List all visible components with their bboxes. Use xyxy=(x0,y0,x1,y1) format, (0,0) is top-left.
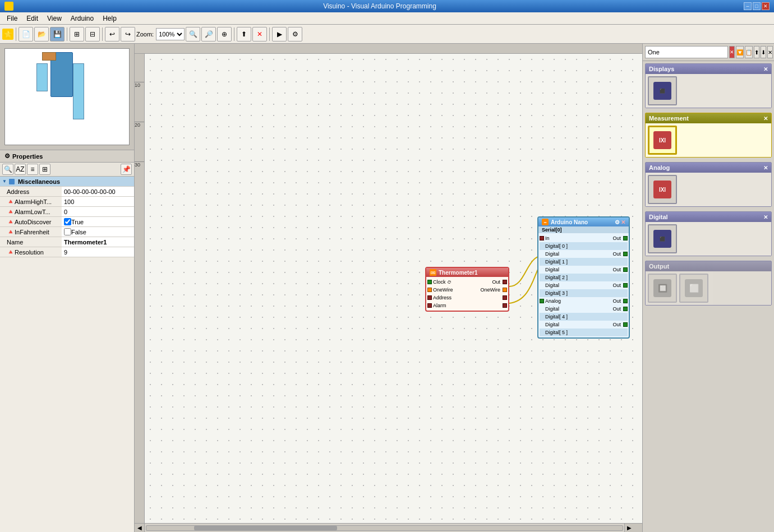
ruler-v-20: 20 xyxy=(135,122,144,128)
prop-value-infahrenheit[interactable]: False xyxy=(62,227,134,237)
props-filter[interactable]: 🔍 xyxy=(2,164,13,175)
toolbar-zoom-in[interactable]: 🔍 xyxy=(186,27,200,41)
pin-d2-header-label: Digital[ 2 ] xyxy=(545,275,568,280)
toolbar-arduino-delete[interactable]: ✕ xyxy=(252,27,267,41)
restore-button[interactable]: □ xyxy=(753,2,761,10)
zoom-select[interactable]: 50% 75% 100% 125% 150% 200% xyxy=(156,28,185,40)
menu-help[interactable]: Help xyxy=(98,13,121,24)
section-collapse-icon[interactable]: ▼ xyxy=(2,179,7,184)
search-btn4[interactable]: ⬇ xyxy=(761,46,766,58)
comp-output1[interactable]: 🔲 xyxy=(648,274,677,303)
pin-d0-out-label: Out xyxy=(612,251,621,257)
pin-in-out-label: Out xyxy=(612,235,621,241)
pin-out-connector xyxy=(503,280,507,284)
prop-value-resolution[interactable]: 9 xyxy=(62,247,134,257)
category-measurement-close[interactable]: ✕ xyxy=(763,115,768,122)
category-analog-close[interactable]: ✕ xyxy=(763,165,768,171)
category-output-header[interactable]: Output xyxy=(646,261,771,271)
arduino-body: In Out Digital[ 0 ] Digital xyxy=(538,233,629,337)
hscroll-track[interactable] xyxy=(146,525,623,531)
category-displays-close[interactable]: ✕ xyxy=(763,66,768,72)
search-clear-btn[interactable]: ✕ xyxy=(729,46,735,58)
pin-in-label: In xyxy=(545,235,550,241)
menu-edit[interactable]: Edit xyxy=(22,13,43,24)
thermometer-node[interactable]: IXI Thermometer1 Clock ⏱ Out xyxy=(425,267,509,312)
arduino-close-icon[interactable]: ✕ xyxy=(621,219,625,225)
pin-clock-type-icon: ⏱ xyxy=(447,280,452,285)
properties-header: ⚙ Properties xyxy=(0,150,134,163)
thermo-pin-address: Address xyxy=(427,294,507,302)
prop-value-alarmhigh[interactable]: 100 xyxy=(62,197,134,206)
menu-file[interactable]: File xyxy=(2,13,22,24)
prop-value-alarmlow[interactable]: 0 xyxy=(62,207,134,216)
pin-alarm-label: Alarm xyxy=(433,303,446,308)
category-digital-header[interactable]: Digital ✕ xyxy=(646,212,771,222)
search-btn2[interactable]: 📋 xyxy=(745,46,753,58)
sep4 xyxy=(234,27,234,41)
toolbar-grid1[interactable]: ⊞ xyxy=(70,27,84,41)
category-displays-header[interactable]: Displays ✕ xyxy=(646,64,771,74)
comp-analog1[interactable]: IXI xyxy=(648,175,677,204)
prop-value-address[interactable]: 00-00-00-00-00-00 xyxy=(62,187,134,196)
props-sort[interactable]: AZ xyxy=(15,164,26,175)
hscroll-right-btn[interactable]: ▶ xyxy=(624,524,633,533)
arduino-node[interactable]: ∞ Arduino Nano ⚙ ✕ Serial[0] xyxy=(537,216,630,339)
pin-d0-label: Digital xyxy=(545,251,559,257)
hscroll-thumb[interactable] xyxy=(194,526,337,530)
thermo-title: Thermometer1 xyxy=(439,270,477,276)
toolbar-undo[interactable]: ↩ xyxy=(105,27,119,41)
prop-value-name[interactable]: Thermometer1 xyxy=(62,237,134,247)
props-expand[interactable]: ⊞ xyxy=(39,164,50,175)
close-button[interactable]: ✕ xyxy=(762,2,770,10)
toolbar-zoom-fit[interactable]: ⊕ xyxy=(217,27,232,41)
hscroll-left-btn[interactable]: ◀ xyxy=(135,524,145,533)
toolbar-settings[interactable]: ⚙ xyxy=(288,27,302,41)
toolbar-open[interactable]: 📂 xyxy=(34,27,49,41)
category-measurement-header[interactable]: Measurement ✕ xyxy=(646,113,771,123)
pin-digital-a-out-label: Out xyxy=(612,306,621,312)
toolbar-run[interactable]: ▶ xyxy=(272,27,287,41)
search-btn3[interactable]: ⬆ xyxy=(754,46,759,58)
pin-d1-out-label: Out xyxy=(612,267,621,272)
menu-view[interactable]: View xyxy=(43,13,66,24)
properties-icon: ⚙ xyxy=(4,152,10,160)
pin-d3-header-label: Digital[ 3 ] xyxy=(545,290,568,296)
titlebar: Visuino - Visual Arduino Programming – □… xyxy=(0,0,774,12)
hscrollbar[interactable]: ◀ ▶ xyxy=(135,523,642,532)
comp-measurement-analog[interactable]: IXI xyxy=(648,126,677,155)
category-analog-header[interactable]: Analog ✕ xyxy=(646,163,771,173)
toolbar-redo[interactable]: ↪ xyxy=(121,27,135,41)
arduino-pin-d5-header: Digital[ 5 ] xyxy=(540,329,628,336)
pin-clock-connector xyxy=(427,280,432,284)
comp-output2[interactable]: ⬜ xyxy=(679,274,708,303)
arduino-pin-in: In Out xyxy=(540,234,628,242)
search-btn5[interactable]: ✕ xyxy=(767,46,773,58)
props-pin[interactable]: 📌 xyxy=(121,164,132,175)
props-group[interactable]: ≡ xyxy=(27,164,38,175)
arduino-header: ∞ Arduino Nano ⚙ ✕ xyxy=(538,218,629,226)
prop-name-autodiscover: 🔺 AutoDiscover xyxy=(0,217,62,226)
comp-digital-displays[interactable]: ⬛ xyxy=(648,224,677,253)
prop-value-autodiscover[interactable]: True xyxy=(62,217,134,226)
toolbar-save[interactable]: 💾 xyxy=(50,27,64,41)
arduino-settings-icon[interactable]: ⚙ xyxy=(615,219,620,225)
toolbar-zoom-out[interactable]: 🔎 xyxy=(201,27,216,41)
comp-display1[interactable]: ⬛ xyxy=(648,76,677,105)
minimize-button[interactable]: – xyxy=(744,2,752,10)
toolbar-grid2[interactable]: ⊟ xyxy=(85,27,100,41)
canvas-scroll[interactable]: IXI Thermometer1 Clock ⏱ Out xyxy=(145,54,642,523)
prop-checkbox-autodiscover[interactable] xyxy=(64,218,71,225)
section-color-icon xyxy=(9,179,15,184)
prop-label-autodiscover: AutoDiscover xyxy=(15,219,51,225)
search-btn1[interactable]: 🔽 xyxy=(736,46,744,58)
toolbar-new[interactable]: 📄 xyxy=(19,27,33,41)
category-digital-close[interactable]: ✕ xyxy=(763,214,768,220)
comp-analog1-icon: IXI xyxy=(653,181,671,198)
menubar: File Edit View Arduino Help xyxy=(0,12,774,25)
menu-arduino[interactable]: Arduino xyxy=(66,13,98,24)
prop-label-resolution: Resolution xyxy=(15,249,44,256)
toolbar-arduino-upload[interactable]: ⬆ xyxy=(237,27,251,41)
prop-checkbox-infahrenheit[interactable] xyxy=(64,228,71,235)
search-input[interactable] xyxy=(645,46,728,58)
category-displays-label: Displays xyxy=(649,66,674,72)
